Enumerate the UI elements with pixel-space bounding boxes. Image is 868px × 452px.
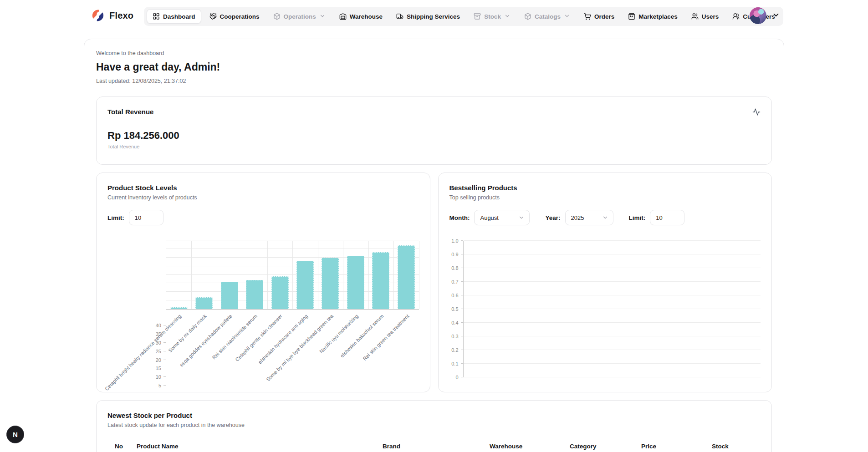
gridline [318, 241, 318, 309]
y-tick-label: 20 [156, 357, 161, 363]
dev-tools-badge[interactable]: N [6, 426, 24, 443]
nav-item-orders[interactable]: Orders [578, 10, 620, 23]
gridline [464, 281, 761, 282]
bar [372, 252, 389, 309]
column-header-product-name: Product Name [137, 443, 383, 450]
year-label: Year: [545, 214, 560, 221]
chevron-down-icon [602, 214, 608, 221]
revenue-subtitle: Total Revenue [107, 144, 761, 149]
product-stock-levels-card: Product Stock Levels Current inventory l… [96, 173, 430, 392]
stock-chart-plot [166, 241, 419, 310]
bar [322, 258, 339, 309]
y-tick-label: 0.2 [451, 347, 458, 353]
nav-item-users[interactable]: Users [686, 10, 725, 23]
user-menu[interactable] [750, 7, 780, 24]
last-updated: Last updated: 12/08/2025, 21:37:02 [96, 78, 772, 84]
bestselling-chart: 00.10.20.30.40.50.60.70.80.91.0 [449, 241, 761, 377]
gridline [343, 241, 343, 309]
y-tick-label: 0.1 [451, 361, 458, 366]
gridline [191, 241, 192, 309]
warehouse-icon [339, 13, 347, 20]
bar [195, 297, 213, 309]
nav-item-catalogs[interactable]: Catalogs [519, 10, 576, 24]
revenue-value: Rp 184.256.000 [107, 130, 761, 142]
bestselling-card-subtitle: Top selling products [449, 194, 761, 201]
handshake-icon [209, 13, 217, 20]
package-icon [273, 13, 281, 20]
charts-row: Product Stock Levels Current inventory l… [96, 173, 772, 392]
nav-item-cooperations[interactable]: Cooperations [204, 10, 265, 23]
gridline [464, 268, 761, 268]
gridline [464, 350, 761, 350]
year-select-value: 2025 [571, 214, 584, 221]
bestselling-limit-label: Limit: [629, 214, 646, 221]
stock-chart-x-labels: Cetaphil bright healty radiance serum cl… [166, 310, 419, 392]
users-icon [691, 13, 699, 20]
shopping-bag-icon [628, 13, 635, 20]
gridline [368, 241, 369, 309]
y-tick-label: 0 [455, 375, 458, 380]
gridline [419, 241, 419, 309]
column-header-stock: Stock [712, 443, 766, 450]
y-tick-label: 0.4 [451, 320, 458, 325]
y-tick-label: 25 [156, 349, 161, 354]
nav-item-label: Dashboard [163, 13, 195, 20]
nav-item-label: Orders [594, 13, 614, 20]
y-tick-label: 0.3 [451, 334, 458, 339]
nav-item-shipping-services[interactable]: Shipping Services [391, 10, 465, 23]
nav-item-marketplaces[interactable]: Marketplaces [623, 10, 683, 23]
bar [296, 261, 314, 309]
bar [271, 276, 289, 309]
gridline [464, 295, 761, 295]
brand-name: Flexo [109, 10, 133, 21]
x-tick-label: Rei skin niacinamide serum [211, 313, 258, 361]
revenue-card-title: Total Revenue [107, 108, 153, 116]
x-tick-label: Rei skin green tea treatment [362, 313, 410, 361]
bar [246, 280, 263, 309]
archive-box-icon [474, 13, 481, 20]
newest-stock-table-header: NoProduct NameBrandWarehouseCategoryPric… [107, 443, 761, 450]
nav-item-warehouse[interactable]: Warehouse [334, 10, 388, 23]
nav-item-operations[interactable]: Operations [268, 10, 331, 24]
stock-chart-y-axis: 0510152025303540 [107, 241, 166, 392]
stock-card-title: Product Stock Levels [107, 184, 419, 192]
column-header-category: Category [570, 443, 641, 450]
gridline [464, 377, 761, 377]
column-header-no: No [115, 443, 137, 450]
nav-menu: DashboardCooperationsOperationsWarehouse… [144, 7, 783, 26]
y-tick-label: 10 [156, 374, 161, 380]
chevron-down-icon [518, 214, 525, 221]
gridline [464, 240, 761, 241]
shopping-cart-icon [584, 13, 591, 20]
y-tick-label: 5 [158, 383, 161, 388]
total-revenue-card: Total Revenue Rp 184.256.000 Total Reven… [96, 96, 772, 165]
x-tick-label: Cetaphil gentle skin cleanser [235, 313, 284, 362]
nav-item-label: Cooperations [220, 13, 260, 20]
chevron-down-icon[interactable] [772, 11, 780, 21]
stock-limit-input[interactable] [129, 210, 163, 225]
bestselling-chart-plot [463, 241, 761, 377]
y-tick-label: 0.8 [451, 265, 458, 271]
nav-item-label: Stock [484, 13, 501, 20]
nav-item-label: Catalogs [535, 13, 561, 20]
nav-item-label: Marketplaces [638, 13, 678, 20]
gridline [464, 254, 761, 254]
stock-limit-label: Limit: [107, 214, 124, 221]
year-select[interactable]: 2025 [565, 210, 613, 225]
stock-chart: 0510152025303540 Cetaphil bright healty … [107, 241, 419, 392]
y-tick-label: 1.0 [451, 238, 458, 244]
nav-item-label: Operations [284, 13, 316, 20]
month-select[interactable]: August [474, 210, 530, 225]
bestselling-limit-input[interactable] [650, 210, 684, 225]
welcome-eyebrow: Welcome to the dashboard [96, 50, 772, 56]
y-tick-label: 15 [156, 366, 161, 371]
dashboard-grid-icon [153, 13, 160, 20]
top-navigation-bar: Flexo DashboardCooperationsOperationsWar… [0, 0, 868, 32]
column-header-brand: Brand [383, 443, 490, 450]
customers-icon [732, 13, 740, 20]
bar [221, 282, 238, 309]
user-avatar[interactable] [750, 7, 766, 24]
y-tick-label: 0.5 [451, 306, 458, 312]
nav-item-stock[interactable]: Stock [468, 10, 516, 24]
nav-item-dashboard[interactable]: Dashboard [147, 9, 201, 24]
